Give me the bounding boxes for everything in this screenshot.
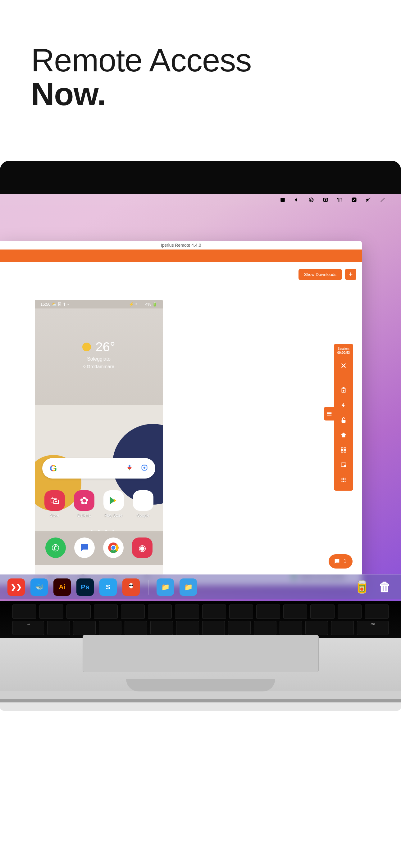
svg-rect-18 bbox=[341, 451, 343, 453]
laptop-palmrest bbox=[0, 638, 401, 691]
menubar-volume-icon[interactable] bbox=[293, 196, 300, 203]
dock-anydesk-icon[interactable]: ❯❯ bbox=[7, 579, 25, 596]
chat-count: 1 bbox=[344, 559, 346, 564]
session-clipboard-icon[interactable] bbox=[340, 386, 348, 395]
svg-point-40 bbox=[129, 584, 131, 586]
phone-time: 15:50 bbox=[40, 302, 51, 307]
session-home-icon[interactable] bbox=[340, 431, 348, 439]
laptop-screen: ¶† Iperius Remote 4.4.0 Show Downloads +… bbox=[0, 194, 401, 601]
dock-folder-1[interactable]: 📁 bbox=[156, 579, 174, 596]
macos-menubar: ¶† bbox=[0, 194, 401, 206]
svg-rect-15 bbox=[342, 420, 346, 423]
dock-drive-icon[interactable]: 🥫 bbox=[353, 579, 371, 596]
svg-point-2 bbox=[310, 199, 313, 201]
laptop-keyboard: ⇥⌫ bbox=[0, 601, 401, 638]
hero-heading: Remote Access Now. bbox=[0, 0, 401, 161]
laptop-mockup: ¶† Iperius Remote 4.4.0 Show Downloads +… bbox=[0, 161, 401, 711]
menubar-disabled-icon[interactable] bbox=[379, 196, 386, 203]
app-play-store[interactable]: Play Store bbox=[102, 490, 126, 518]
phone-location: ◊ Grottammare bbox=[35, 364, 163, 369]
google-logo-icon: G bbox=[50, 463, 57, 473]
menubar-check-icon[interactable] bbox=[351, 196, 357, 203]
phone-status-left: ⛅ 🗄 ⬆ • bbox=[52, 302, 69, 307]
dock-folder-2[interactable]: 📁 bbox=[179, 579, 197, 596]
phone-dock: ✆ ◉ bbox=[35, 531, 163, 565]
session-timer: Session: 00:00:53 bbox=[334, 347, 353, 355]
dock-messages-app[interactable] bbox=[74, 537, 95, 558]
svg-point-26 bbox=[343, 479, 344, 480]
svg-point-1 bbox=[309, 198, 313, 202]
iperius-toolbar: Show Downloads + bbox=[298, 269, 356, 280]
dock-camera-app[interactable]: ◉ bbox=[132, 537, 152, 558]
iperius-header-bar bbox=[0, 249, 362, 262]
app-store[interactable]: 🛍Store bbox=[42, 490, 67, 518]
svg-point-4 bbox=[325, 199, 326, 201]
svg-line-7 bbox=[381, 198, 384, 202]
session-bolt-icon[interactable] bbox=[340, 401, 348, 409]
menubar-app-icon[interactable] bbox=[279, 196, 286, 203]
hero-line1: Remote Access bbox=[31, 43, 401, 77]
iperius-window: Iperius Remote 4.4.0 Show Downloads + Se… bbox=[0, 241, 362, 585]
remote-phone-screen[interactable]: 15:50 ⛅ 🗄 ⬆ • ⚡ ᯤ ⫠ 4% 🔋 26° Soleggiato … bbox=[35, 300, 163, 585]
svg-point-30 bbox=[344, 481, 345, 482]
svg-point-21 bbox=[344, 465, 346, 467]
svg-point-29 bbox=[343, 481, 344, 482]
dock-chrome-app[interactable] bbox=[103, 537, 124, 558]
svg-rect-17 bbox=[344, 448, 346, 450]
session-screenshot-icon[interactable] bbox=[340, 461, 348, 469]
svg-rect-0 bbox=[281, 198, 285, 202]
phone-status-right: ⚡ ᯤ ⫠ 4% 🔋 bbox=[129, 302, 157, 307]
session-apps-icon[interactable] bbox=[340, 476, 348, 484]
mic-icon[interactable] bbox=[126, 464, 133, 472]
macos-dock: ❯❯ 🐳 Ai Ps S 📁 📁 🥫 🗑 bbox=[0, 575, 401, 599]
show-downloads-button[interactable]: Show Downloads bbox=[298, 269, 342, 280]
svg-point-23 bbox=[343, 478, 344, 479]
session-time: 00:00:53 bbox=[334, 351, 353, 355]
session-grid-icon[interactable] bbox=[340, 446, 348, 454]
chat-button[interactable]: 1 bbox=[328, 554, 352, 568]
dock-s-app-icon[interactable]: S bbox=[99, 579, 117, 596]
dock-phone-app[interactable]: ✆ bbox=[45, 537, 66, 558]
laptop-bezel bbox=[0, 161, 401, 194]
dock-photoshop-icon[interactable]: Ps bbox=[77, 579, 94, 596]
laptop-trackpad[interactable] bbox=[83, 635, 319, 672]
phone-temp: 26° bbox=[95, 340, 115, 354]
svg-point-25 bbox=[341, 479, 342, 480]
svg-point-28 bbox=[341, 481, 342, 482]
svg-point-32 bbox=[143, 467, 145, 469]
dock-docker-icon[interactable]: 🐳 bbox=[30, 579, 48, 596]
svg-point-27 bbox=[344, 479, 345, 480]
window-title: Iperius Remote 4.4.0 bbox=[0, 241, 362, 249]
session-panel: Session: 00:00:53 bbox=[334, 344, 353, 491]
phone-weather-desc: Soleggiato bbox=[35, 356, 163, 362]
session-panel-toggle[interactable] bbox=[324, 407, 335, 421]
session-close-icon[interactable] bbox=[340, 362, 348, 370]
phone-app-row: 🛍Store ✿Galleria Play Store Google bbox=[35, 490, 163, 518]
phone-status-bar: 15:50 ⛅ 🗄 ⬆ • ⚡ ᯤ ⫠ 4% 🔋 bbox=[35, 300, 163, 308]
session-label: Session: bbox=[334, 347, 353, 351]
dock-trash-icon[interactable]: 🗑 bbox=[376, 579, 394, 596]
svg-rect-16 bbox=[341, 448, 343, 450]
menubar-record-icon[interactable] bbox=[322, 196, 329, 203]
laptop-notch bbox=[126, 679, 275, 691]
lens-icon[interactable] bbox=[141, 464, 148, 472]
svg-point-24 bbox=[344, 478, 345, 479]
macos-dock-area: ❯❯ 🐳 Ai Ps S 📁 📁 🥫 🗑 bbox=[0, 573, 401, 601]
phone-search-bar[interactable]: G bbox=[42, 458, 155, 478]
chat-icon bbox=[334, 558, 340, 565]
app-galleria[interactable]: ✿Galleria bbox=[72, 490, 96, 518]
app-google-folder[interactable]: Google bbox=[131, 490, 155, 518]
dock-spider-icon[interactable] bbox=[122, 579, 140, 596]
sun-icon bbox=[82, 343, 91, 351]
svg-point-22 bbox=[341, 478, 342, 479]
svg-point-41 bbox=[132, 584, 133, 586]
session-unlock-icon[interactable] bbox=[340, 416, 348, 424]
menubar-mute-icon[interactable] bbox=[365, 196, 372, 203]
dock-separator bbox=[148, 580, 148, 595]
dock-illustrator-icon[interactable]: Ai bbox=[53, 579, 71, 596]
hero-line2: Now. bbox=[31, 77, 401, 111]
add-button[interactable]: + bbox=[345, 269, 356, 280]
svg-rect-19 bbox=[344, 451, 346, 453]
menubar-cloud-icon[interactable] bbox=[308, 196, 315, 203]
menubar-tools-icon[interactable]: ¶† bbox=[336, 196, 343, 203]
